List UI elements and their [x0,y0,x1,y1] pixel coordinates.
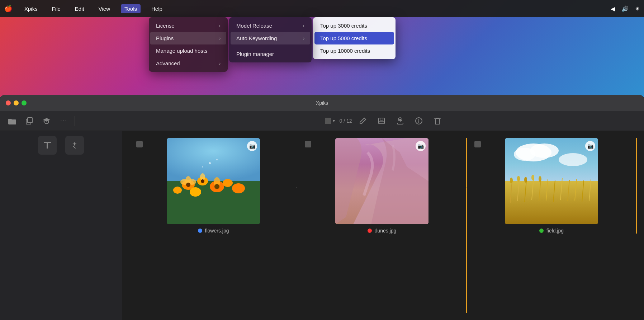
topup-10000-label: Top up 10000 credits [320,48,370,54]
volume-icon[interactable]: 🔊 [621,5,629,12]
more-options-icon[interactable]: ··· [57,114,70,127]
svg-point-51 [531,175,534,180]
svg-point-26 [186,183,190,187]
svg-point-10 [209,162,211,164]
title-bar: Xpiks [0,95,644,111]
menu-file[interactable]: File [48,4,64,13]
plugins-separator [232,46,309,46]
photo-name-field: field.jpg [546,228,564,234]
svg-point-12 [202,166,203,168]
plugins-autokeywording-chevron: › [303,36,304,41]
svg-point-18 [223,179,233,187]
photo-item-field: ⋮ [467,138,637,234]
topup-10000-item[interactable]: Top up 10000 credits [314,44,394,57]
tools-advanced-item[interactable]: Advanced › [150,57,226,70]
app-window: Xpiks ··· [0,95,644,320]
tools-license-chevron: › [219,23,221,28]
menu-view[interactable]: View [95,4,114,13]
select-all-area[interactable]: ▾ [325,118,335,124]
plugins-manager-item[interactable]: Plugin manager [231,48,310,60]
trash-icon[interactable] [431,114,444,127]
photo-checkbox-field[interactable] [474,141,481,147]
info-icon[interactable] [412,114,425,127]
folder-icon[interactable] [6,114,19,127]
dropdown-container: License › Plugins › Manage upload hosts … [149,17,396,72]
svg-rect-9 [167,138,260,181]
toolbar-center: ▾ 0 / 12 [131,114,638,127]
photo-item-flowers: ⋮ [129,138,298,234]
photo-wrapper-flowers: 📷 [167,138,260,224]
tools-plugins-chevron: › [219,36,221,41]
camera-icon-flowers[interactable]: 📷 [247,141,257,151]
field-image [505,138,598,224]
content-area: ⋮ [0,131,644,320]
photo-label-field: field.jpg [539,228,564,234]
photo-checkbox-flowers[interactable] [136,141,143,147]
toolbar-action-icons [356,114,444,127]
camera-icon-field[interactable]: 📷 [585,141,595,151]
tools-advanced-chevron: › [219,61,221,66]
topup-3000-item[interactable]: Top up 3000 credits [314,19,394,32]
photo-name-flowers: flowers.jpg [205,228,229,234]
menu-xpiks[interactable]: Xpiks [21,4,41,13]
maximize-button[interactable] [22,100,27,105]
plugins-model-release-item[interactable]: Model Release › [231,19,310,32]
tools-plugins-item[interactable]: Plugins › [150,32,226,44]
main-area: ⋮ [122,131,644,320]
duplicate-icon[interactable] [23,114,36,127]
window-title: Xpiks [316,100,328,106]
plugins-autokeywording-label: Auto Keywording [236,35,277,41]
svg-rect-1 [28,118,32,123]
plugins-model-release-chevron: › [303,23,304,28]
select-dropdown-arrow[interactable]: ▾ [333,118,335,123]
apple-logo-icon[interactable]: 🍎 [4,5,12,13]
tools-license-item[interactable]: License › [150,19,226,32]
selection-count: 0 / 12 [339,118,352,124]
photo-wrapper-field: 📷 [505,138,598,224]
topup-3000-label: Top up 3000 credits [320,23,367,29]
minimize-button[interactable] [14,100,19,105]
topup-5000-item[interactable]: Top up 5000 credits [314,32,394,44]
tools-plugins-label: Plugins [156,35,174,41]
camera-icon-dunes[interactable]: 📷 [416,141,426,151]
plugins-manager-label: Plugin manager [236,51,274,57]
svg-rect-8 [47,142,48,149]
svg-point-20 [232,183,245,193]
traffic-lights [6,100,27,105]
bluetooth-icon[interactable]: ✴ [635,5,640,12]
svg-point-11 [216,159,218,160]
toolbar-left: ··· [6,114,128,127]
svg-point-50 [524,177,527,183]
svg-point-19 [173,187,182,194]
select-all-checkbox[interactable] [325,118,331,124]
plugins-autokeywording-item[interactable]: Auto Keywording › [231,32,310,44]
dot-indicator-dunes [368,229,372,233]
photo-name-dunes: dunes.jpg [375,228,397,234]
photo-checkbox-dunes[interactable] [305,141,311,147]
photo-dots-flowers: ⋮ [126,184,130,188]
save-icon[interactable] [375,114,388,127]
tools-manage-hosts-item[interactable]: Manage upload hosts [150,44,226,57]
menu-edit[interactable]: Edit [71,4,88,13]
tools-manage-hosts-label: Manage upload hosts [156,48,207,54]
back-chevron-icon[interactable]: ◀ [611,5,615,12]
sidebar [0,131,122,320]
photo-label-dunes: dunes.jpg [368,228,397,234]
edit-icon[interactable] [356,114,369,127]
graduation-icon[interactable] [40,114,53,127]
upload-icon[interactable] [394,114,407,127]
magic-tool-button[interactable] [65,136,84,155]
photo-dots-dunes: ⋮ [295,184,298,188]
plugins-model-release-label: Model Release [236,23,272,29]
svg-point-34 [559,153,587,166]
dot-indicator-flowers [198,229,202,233]
svg-point-52 [539,176,541,182]
menu-tools[interactable]: Tools [121,4,141,13]
photos-grid: ⋮ [122,131,644,320]
close-button[interactable] [6,100,11,105]
text-tool-button[interactable] [38,136,57,155]
menubar-right: ◀ 🔊 ✴ [611,5,640,12]
menu-help[interactable]: Help [148,4,166,13]
toolbar-divider [75,116,75,126]
svg-point-17 [190,187,201,197]
